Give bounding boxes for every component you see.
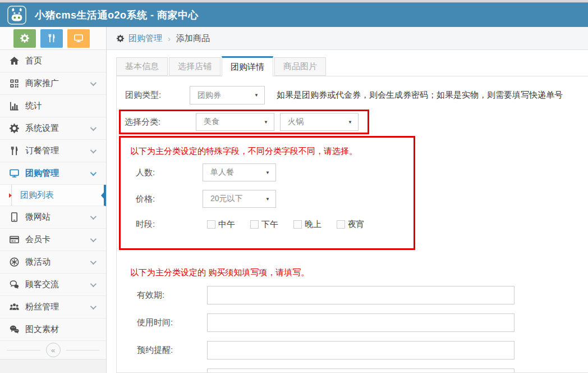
fans-icon <box>9 302 20 312</box>
price-range-select[interactable]: 20元以下 ▼ <box>203 190 276 208</box>
sidebar-item-ordering[interactable]: 订餐管理 <box>0 140 106 162</box>
utensils-icon <box>47 33 57 43</box>
sidebar-item-label: 微网站 <box>25 212 90 222</box>
tab-select-store[interactable]: 选择店铺 <box>169 57 220 76</box>
purchase-notes-notice: 以下为主分类设定的 购买须知填写项，请填写。 <box>130 267 588 278</box>
monitor-icon <box>9 168 20 179</box>
groupbuy-type-hint: 如果是团购券或代金券，则会生成券密码；如果是实物，则需要填写快递单号 <box>277 90 563 101</box>
select-value: 美食 <box>204 117 219 127</box>
chart-icon <box>9 101 20 111</box>
groupbuy-type-label: 团购类型: <box>117 90 190 101</box>
sidebar-item-label: 团购管理 <box>25 168 90 179</box>
sidebar-item-microsite[interactable]: 微网站 <box>0 206 106 229</box>
sidebar-item-membercard[interactable]: 会员卡 <box>0 229 106 251</box>
validity-input[interactable] <box>207 286 514 304</box>
checkbox-icon <box>207 220 215 229</box>
secondary-category-select[interactable]: 火锅 ▼ <box>280 113 359 131</box>
app-window: 小猪cms生活通o2o系统 - 商家中心 首页 商家推广 <box>0 0 588 373</box>
reservation-reminder-row: 预约提醒: <box>117 341 588 360</box>
sidebar-item-customer-chat[interactable]: 顾客交流 <box>0 274 106 296</box>
select-caret-icon: ▼ <box>265 197 270 202</box>
sidebar-item-fans[interactable]: 粉丝管理 <box>0 296 106 319</box>
sidebar-item-label: 粉丝管理 <box>25 302 90 312</box>
price-range-row: 价格: 20元以下 ▼ <box>121 190 414 208</box>
chevron-down-icon <box>90 303 97 309</box>
select-value: 20元以下 <box>210 194 243 204</box>
sidebar-item-label: 系统设置 <box>25 123 90 134</box>
time-period-options: 中午 下午 晚上 夜宵 <box>207 219 380 230</box>
main-area: 团购管理 › 添加商品 基本信息 选择店铺 团购详情 商品图片 团购类型: 团购… <box>107 27 588 373</box>
groupbuy-type-select[interactable]: 团购券 ▼ <box>190 86 265 104</box>
gear-icon <box>116 34 125 43</box>
category-label: 选择分类: <box>121 117 196 128</box>
usage-time-input[interactable] <box>207 313 514 332</box>
sidebar: 首页 商家推广 统计 系统设置 订餐管理 <box>0 27 107 373</box>
breadcrumb-current-page: 添加商品 <box>176 33 210 44</box>
sidebar-collapse-row: « <box>0 341 106 360</box>
sidebar-item-label: 订餐管理 <box>25 145 90 156</box>
sidebar-item-promotion[interactable]: 商家推广 <box>0 72 106 95</box>
select-value: 团购券 <box>197 90 221 101</box>
sidebar-item-label: 图文素材 <box>25 324 106 335</box>
select-caret-icon: ▼ <box>348 120 352 125</box>
special-fields-notice: 以下为主分类设定的特殊字段，不同分类字段不同，请选择。 <box>130 146 414 157</box>
utensils-icon <box>9 145 20 156</box>
sidebar-footer <box>0 360 106 373</box>
sidebar-item-stats[interactable]: 统计 <box>0 95 106 117</box>
extra-field-row <box>117 369 588 373</box>
select-caret-icon: ▼ <box>265 170 270 175</box>
people-count-label: 人数: <box>136 167 203 178</box>
sidebar-subitem-groupbuy-list[interactable]: 团购列表 <box>0 185 106 206</box>
sidebar-item-label: 微活动 <box>25 257 90 267</box>
tab-groupbuy-details[interactable]: 团购详情 <box>222 56 273 76</box>
chat-icon <box>9 279 20 290</box>
people-count-select[interactable]: 单人餐 ▼ <box>203 163 276 181</box>
sidebar-item-label: 会员卡 <box>25 234 90 245</box>
chevron-down-icon <box>90 280 97 286</box>
card-icon <box>9 234 20 245</box>
media-icon <box>9 324 20 335</box>
checkbox-evening[interactable]: 晚上 <box>293 219 321 230</box>
tab-basic-info[interactable]: 基本信息 <box>116 57 168 76</box>
sidebar-menu: 首页 商家推广 统计 系统设置 订餐管理 <box>0 50 106 373</box>
tablet-icon <box>9 212 20 222</box>
time-period-row: 时段: 中午 下午 晚上 夜宵 <box>121 219 414 230</box>
monitor-icon <box>74 33 84 43</box>
price-range-label: 价格: <box>136 194 203 204</box>
qr-icon <box>9 78 20 89</box>
checkbox-noon[interactable]: 中午 <box>207 219 235 230</box>
select-value: 单人餐 <box>210 167 234 178</box>
sidebar-item-system-settings[interactable]: 系统设置 <box>0 117 106 140</box>
toolbar-monitor-button[interactable] <box>67 29 90 48</box>
toolbar-settings-button[interactable] <box>13 29 36 48</box>
sidebar-item-home[interactable]: 首页 <box>0 50 106 72</box>
sidebar-toolbar <box>0 27 106 50</box>
checkbox-afternoon[interactable]: 下午 <box>250 219 278 230</box>
breadcrumb-section-link[interactable]: 团购管理 <box>128 33 162 44</box>
checkbox-latenight[interactable]: 夜宵 <box>337 219 365 230</box>
sidebar-collapse-button[interactable]: « <box>46 343 61 357</box>
home-icon <box>9 56 20 66</box>
select-value: 火锅 <box>288 117 304 127</box>
sidebar-item-microactivity[interactable]: 微活动 <box>0 251 106 274</box>
activity-icon <box>9 257 20 267</box>
sidebar-item-label: 统计 <box>25 101 106 111</box>
select-caret-icon: ▼ <box>254 93 259 98</box>
toolbar-dining-button[interactable] <box>40 29 63 48</box>
checkbox-icon <box>337 220 345 229</box>
tab-product-images[interactable]: 商品图片 <box>274 57 326 76</box>
chevron-down-icon <box>90 235 97 242</box>
groupbuy-type-row: 团购类型: 团购券 ▼ 如果是团购券或代金券，则会生成券密码；如果是实物，则需要… <box>117 86 588 104</box>
extra-field-input[interactable] <box>207 369 514 373</box>
chevron-down-icon <box>90 79 97 85</box>
people-count-row: 人数: 单人餐 ▼ <box>121 163 414 181</box>
primary-category-select[interactable]: 美食 ▼ <box>196 113 274 131</box>
checkbox-icon <box>293 220 302 229</box>
sidebar-item-label: 商家推广 <box>25 78 90 89</box>
category-annotation-box: 选择分类: 美食 ▼ 火锅 ▼ <box>119 110 369 134</box>
sidebar-item-groupbuy[interactable]: 团购管理 <box>0 162 106 185</box>
reservation-reminder-input[interactable] <box>207 341 514 360</box>
usage-time-label: 使用时间: <box>117 317 207 328</box>
sidebar-item-media[interactable]: 图文素材 <box>0 319 106 341</box>
usage-time-row: 使用时间: <box>117 313 588 332</box>
